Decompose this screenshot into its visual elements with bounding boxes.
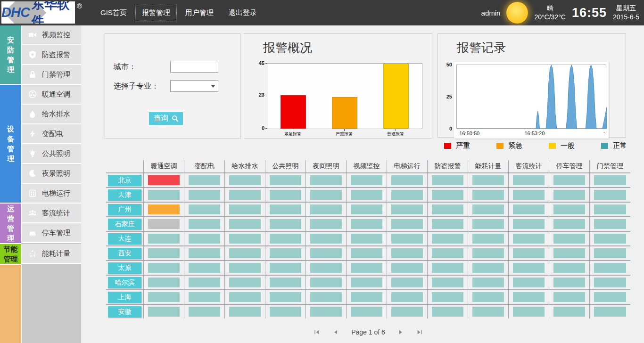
status-normal-西安-变配电[interactable] xyxy=(189,248,220,258)
status-normal-哈尔滨-防盗报警[interactable] xyxy=(432,278,463,287)
status-normal-西安-防盗报警[interactable] xyxy=(432,248,463,258)
status-normal-石家庄-视频监控[interactable] xyxy=(351,219,382,229)
sidebar-item-停车管理[interactable]: 停车管理 xyxy=(21,223,81,243)
status-normal-太原-停车管理[interactable] xyxy=(553,263,585,273)
status-normal-上海-防盗报警[interactable] xyxy=(432,292,463,302)
status-normal-安徽-能耗计量[interactable] xyxy=(472,307,504,317)
sidebar-item-门禁管理[interactable]: 门禁管理 xyxy=(21,65,81,85)
status-normal-石家庄-门禁管理[interactable] xyxy=(594,219,626,229)
city-button-哈尔滨[interactable]: 哈尔滨 xyxy=(108,277,141,288)
last-page-icon[interactable] xyxy=(416,329,423,335)
status-normal-北京-停车管理[interactable] xyxy=(553,175,585,185)
status-normal-天津-变配电[interactable] xyxy=(189,190,220,200)
status-normal-天津-客流统计[interactable] xyxy=(513,190,545,200)
status-normal-上海-电梯运行[interactable] xyxy=(391,292,423,302)
city-button-天津[interactable]: 天津 xyxy=(108,189,141,201)
nav-item-退出登录[interactable]: 退出登录 xyxy=(223,4,263,22)
status-normal-石家庄-给水排水[interactable] xyxy=(229,219,261,229)
status-normal-大连-客流统计[interactable] xyxy=(513,234,545,244)
status-normal-西安-夜间照明[interactable] xyxy=(310,248,342,258)
status-normal-石家庄-能耗计量[interactable] xyxy=(472,219,504,229)
status-normal-哈尔滨-夜间照明[interactable] xyxy=(310,278,342,287)
status-normal-广州-能耗计量[interactable] xyxy=(472,204,504,214)
status-normal-西安-公共照明[interactable] xyxy=(270,248,301,258)
status-normal-北京-视频监控[interactable] xyxy=(351,175,382,185)
status-normal-安徽-公共照明[interactable] xyxy=(270,307,301,317)
status-normal-广州-给水排水[interactable] xyxy=(229,204,261,214)
status-normal-太原-门禁管理[interactable] xyxy=(594,263,626,273)
city-button-上海[interactable]: 上海 xyxy=(108,292,141,303)
status-normal-西安-电梯运行[interactable] xyxy=(391,248,423,258)
status-normal-大连-防盗报警[interactable] xyxy=(432,234,463,244)
status-normal-大连-能耗计量[interactable] xyxy=(472,234,504,244)
status-normal-西安-停车管理[interactable] xyxy=(553,248,585,258)
status-normal-北京-客流统计[interactable] xyxy=(513,175,545,185)
status-normal-西安-客流统计[interactable] xyxy=(513,248,545,258)
status-normal-哈尔滨-停车管理[interactable] xyxy=(553,278,585,287)
status-normal-广州-变配电[interactable] xyxy=(189,204,220,214)
status-normal-安徽-电梯运行[interactable] xyxy=(391,307,423,317)
status-normal-安徽-停车管理[interactable] xyxy=(553,307,585,317)
status-normal-天津-电梯运行[interactable] xyxy=(391,190,423,200)
status-normal-石家庄-电梯运行[interactable] xyxy=(391,219,423,229)
status-normal-广州-客流统计[interactable] xyxy=(513,204,545,214)
city-button-太原[interactable]: 太原 xyxy=(108,262,141,274)
status-normal-北京-给水排水[interactable] xyxy=(229,175,261,185)
status-normal-太原-防盗报警[interactable] xyxy=(432,263,463,273)
status-normal-北京-防盗报警[interactable] xyxy=(432,175,463,185)
status-normal-石家庄-变配电[interactable] xyxy=(189,219,220,229)
sidebar-item-客流统计[interactable]: 客流统计 xyxy=(21,204,81,223)
status-normal-安徽-门禁管理[interactable] xyxy=(594,307,626,317)
status-normal-哈尔滨-能耗计量[interactable] xyxy=(472,278,504,287)
status-normal-北京-公共照明[interactable] xyxy=(270,175,301,185)
status-normal-上海-夜间照明[interactable] xyxy=(310,292,342,302)
nav-item-GIS首页[interactable]: GIS首页 xyxy=(94,4,133,22)
nav-item-用户管理[interactable]: 用户管理 xyxy=(179,4,220,22)
status-normal-天津-防盗报警[interactable] xyxy=(432,190,463,200)
status-normal-上海-公共照明[interactable] xyxy=(270,292,301,302)
city-input[interactable] xyxy=(170,61,218,73)
status-normal-大连-门禁管理[interactable] xyxy=(594,234,626,244)
status-normal-广州-防盗报警[interactable] xyxy=(432,204,463,214)
status-normal-北京-夜间照明[interactable] xyxy=(310,175,342,185)
sidebar-item-变配电[interactable]: 变配电 xyxy=(21,124,81,144)
status-normal-安徽-客流统计[interactable] xyxy=(513,307,545,317)
status-normal-天津-门禁管理[interactable] xyxy=(594,190,626,200)
status-normal-石家庄-公共照明[interactable] xyxy=(270,219,301,229)
sidebar-item-电梯运行[interactable]: 电梯运行 xyxy=(21,184,81,204)
sidebar-item-暖通空调[interactable]: 暖通空调 xyxy=(21,85,81,105)
status-normal-天津-给水排水[interactable] xyxy=(229,190,261,200)
sidebar-item-视频监控[interactable]: 视频监控 xyxy=(21,25,81,45)
status-normal-西安-门禁管理[interactable] xyxy=(594,248,626,258)
status-normal-太原-变配电[interactable] xyxy=(189,263,220,273)
status-normal-石家庄-夜间照明[interactable] xyxy=(310,219,342,229)
status-normal-石家庄-防盗报警[interactable] xyxy=(432,219,463,229)
sidebar-item-防盗报警[interactable]: 防盗报警 xyxy=(21,45,81,65)
status-normal-西安-暖通空调[interactable] xyxy=(148,248,180,258)
status-normal-石家庄-客流统计[interactable] xyxy=(513,219,545,229)
status-normal-太原-能耗计量[interactable] xyxy=(472,263,504,273)
city-button-广州[interactable]: 广州 xyxy=(108,204,141,215)
status-normal-哈尔滨-电梯运行[interactable] xyxy=(391,278,423,287)
status-normal-安徽-视频监控[interactable] xyxy=(351,307,382,317)
status-normal-安徽-防盗报警[interactable] xyxy=(432,307,463,317)
status-normal-太原-公共照明[interactable] xyxy=(270,263,301,273)
status-normal-太原-夜间照明[interactable] xyxy=(310,263,342,273)
status-normal-天津-视频监控[interactable] xyxy=(351,190,382,200)
nav-item-报警管理[interactable]: 报警管理 xyxy=(136,4,176,22)
status-normal-大连-视频监控[interactable] xyxy=(351,234,382,244)
next-page-icon[interactable] xyxy=(397,329,404,335)
status-normal-安徽-暖通空调[interactable] xyxy=(148,307,180,317)
status-normal-广州-停车管理[interactable] xyxy=(553,204,585,214)
sidebar-item-公共照明[interactable]: 公共照明 xyxy=(21,144,81,164)
status-normal-安徽-给水排水[interactable] xyxy=(229,307,261,317)
status-normal-上海-客流统计[interactable] xyxy=(513,292,545,302)
status-normal-哈尔滨-公共照明[interactable] xyxy=(270,278,301,287)
status-normal-天津-公共照明[interactable] xyxy=(270,190,301,200)
status-normal-上海-能耗计量[interactable] xyxy=(472,292,504,302)
status-normal-北京-门禁管理[interactable] xyxy=(594,175,626,185)
status-normal-哈尔滨-视频监控[interactable] xyxy=(351,278,382,287)
status-normal-北京-变配电[interactable] xyxy=(189,175,220,185)
status-normal-广州-门禁管理[interactable] xyxy=(594,204,626,214)
search-button[interactable]: 查询 xyxy=(149,112,183,125)
